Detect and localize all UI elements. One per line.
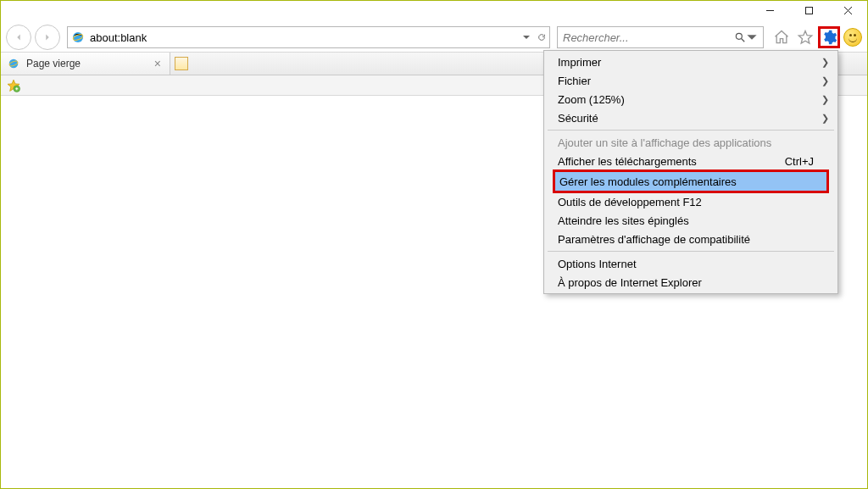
menu-zoom[interactable]: Zoom (125%)❯ <box>546 90 836 108</box>
ie-icon <box>71 31 85 44</box>
favorites-button[interactable] <box>794 26 816 48</box>
address-dropdown[interactable] <box>522 33 531 42</box>
menu-file[interactable]: Fichier❯ <box>546 71 836 90</box>
toolbar: about:blank Rechercher... <box>1 23 867 52</box>
ie-icon <box>8 58 19 69</box>
search-button[interactable] <box>734 31 746 43</box>
browser-window: about:blank Rechercher... <box>0 0 868 489</box>
svg-point-6 <box>736 33 742 39</box>
svg-point-4 <box>73 32 83 42</box>
chevron-right-icon: ❯ <box>821 113 829 124</box>
address-bar[interactable]: about:blank <box>67 26 550 48</box>
highlight-annotation: Gérer les modules complémentaires <box>553 169 829 193</box>
menu-downloads[interactable]: Afficher les téléchargements Ctrl+J <box>546 152 836 170</box>
tab-title: Page vierge <box>26 58 81 69</box>
menu-f12-tools[interactable]: Outils de développement F12 <box>546 192 836 211</box>
feedback-button[interactable] <box>843 28 862 47</box>
add-favorite-button[interactable] <box>6 78 21 93</box>
new-tab-button[interactable] <box>170 53 192 75</box>
right-toolbar <box>767 26 862 48</box>
menu-internet-options[interactable]: Options Internet <box>546 254 836 273</box>
menu-manage-addons[interactable]: Gérer les modules complémentaires <box>555 172 826 191</box>
menu-safety[interactable]: Sécurité❯ <box>546 108 836 127</box>
refresh-button[interactable] <box>537 33 546 42</box>
minimize-button[interactable] <box>750 1 789 19</box>
tab-close-button[interactable]: × <box>153 57 163 70</box>
window-controls <box>750 1 867 21</box>
search-placeholder: Rechercher... <box>563 31 734 44</box>
search-dropdown[interactable] <box>746 31 758 43</box>
address-text: about:blank <box>90 31 522 44</box>
menu-print[interactable]: Imprimer❯ <box>546 53 836 71</box>
menu-about[interactable]: À propos de Internet Explorer <box>546 273 836 292</box>
svg-line-7 <box>742 39 745 42</box>
menu-pinned-sites[interactable]: Atteindre les sites épinglés <box>546 211 836 230</box>
tab-current[interactable]: Page vierge × <box>1 53 170 75</box>
forward-button[interactable] <box>35 25 60 50</box>
maximize-button[interactable] <box>789 1 828 19</box>
home-button[interactable] <box>771 26 793 48</box>
back-button[interactable] <box>6 25 31 50</box>
svg-point-8 <box>9 59 19 69</box>
menu-separator <box>548 130 834 131</box>
close-button[interactable] <box>828 1 867 19</box>
new-tab-icon <box>175 57 188 70</box>
menu-separator <box>548 251 834 252</box>
tools-button[interactable] <box>818 26 840 48</box>
chevron-right-icon: ❯ <box>821 57 829 68</box>
menu-compat-view[interactable]: Paramètres d'affichage de compatibilité <box>546 230 836 248</box>
menu-add-app-view: Ajouter un site à l'affichage des applic… <box>546 133 836 152</box>
search-bar[interactable]: Rechercher... <box>557 26 764 48</box>
chevron-right-icon: ❯ <box>821 75 829 86</box>
svg-rect-1 <box>805 7 812 14</box>
tools-menu: Imprimer❯ Fichier❯ Zoom (125%)❯ Sécurité… <box>543 50 838 294</box>
shortcut-label: Ctrl+J <box>785 155 814 168</box>
chevron-right-icon: ❯ <box>821 94 829 105</box>
